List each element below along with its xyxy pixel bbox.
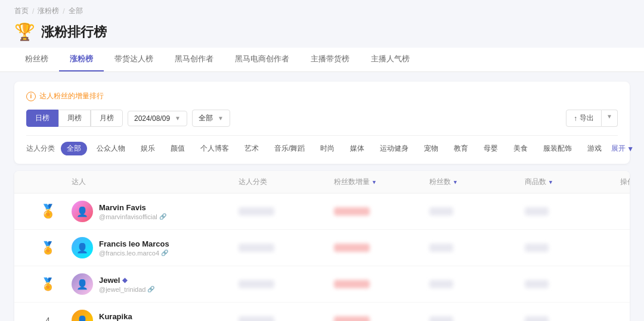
cat-entertainment[interactable]: 娱乐 (135, 142, 161, 155)
cat-sports[interactable]: 运动健身 (374, 142, 414, 155)
rank-icon-1: 🏅 (40, 204, 56, 219)
category-bar-label: 达人分类 (26, 144, 55, 154)
action-cell-4 (620, 313, 630, 321)
user-info-1: Marvin Favis @marvinfavisofficial 🔗 (99, 203, 166, 220)
info-icon: i (26, 92, 36, 101)
tab-anchor-goods[interactable]: 主播带货榜 (300, 48, 360, 71)
user-cell-4: 👤 Kurapika @kurapika.miracle 🔗 (72, 310, 239, 321)
category-bar: 达人分类 全部 公众人物 娱乐 颜值 个人博客 艺术 音乐/舞蹈 时尚 媒体 运… (26, 135, 618, 164)
rank-num-4: 4 (45, 316, 50, 321)
user-handle-3: @jewel_trinidad 🔗 (99, 286, 154, 293)
avatar-2: 👤 (72, 237, 93, 258)
tab-growthlist[interactable]: 涨粉榜 (59, 48, 104, 71)
products-cell-4 (525, 316, 620, 321)
avatar-3: 👤 (72, 273, 93, 295)
filter-bar: 日榜 周榜 月榜 2024/08/09 ▼ 全部 ▼ ↑ 导出 (26, 110, 618, 127)
category-select[interactable]: 全部 ▼ (192, 110, 230, 127)
main-content: i 达人粉丝的增量排行 日榜 周榜 月榜 2024/08/09 ▼ 全部 ▼ (0, 72, 644, 321)
rank-cell-2: 🏅 (24, 238, 72, 257)
user-name-2: Francis leo Marcos (99, 239, 169, 248)
cat-media[interactable]: 媒体 (344, 142, 370, 155)
avatar-1: 👤 (72, 201, 93, 222)
breadcrumb-ranking[interactable]: 涨粉榜 (38, 6, 59, 16)
tab-anchor-popularity[interactable]: 主播人气榜 (360, 48, 420, 71)
category-cell-1 (239, 207, 334, 216)
rank-badge-1: 🏅 (38, 202, 57, 221)
cat-public[interactable]: 公众人物 (91, 142, 131, 155)
cat-parenting[interactable]: 母婴 (478, 142, 504, 155)
expand-button[interactable]: 展开 ▼ (611, 144, 634, 154)
btn-monthly[interactable]: 月榜 (91, 110, 123, 127)
products-cell-1 (525, 207, 620, 216)
action-cell-2 (620, 241, 630, 255)
cat-fashion[interactable]: 时尚 (314, 142, 340, 155)
cat-music[interactable]: 音乐/舞蹈 (268, 142, 311, 155)
col-category: 达人分类 (239, 177, 334, 187)
growth-cell-1 (334, 207, 429, 216)
category-chevron-icon: ▼ (218, 115, 224, 121)
cat-all[interactable]: 全部 (61, 142, 87, 155)
growth-cell-4 (334, 316, 429, 321)
breadcrumb-current: 全部 (69, 6, 83, 16)
trophy-icon: 🏆 (14, 22, 35, 42)
date-value: 2024/08/09 (134, 114, 170, 123)
time-tab-group: 日榜 周榜 月榜 (26, 110, 123, 127)
rank-cell-1: 🏅 (24, 202, 72, 221)
fans-cell-4 (429, 316, 525, 321)
cat-education[interactable]: 教育 (448, 142, 474, 155)
cat-food[interactable]: 美食 (507, 142, 534, 155)
expand-label: 展开 (611, 144, 626, 154)
share-icon: ↑ (574, 114, 577, 123)
table-row: 🏅 👤 Jewel ◆ @jewel_trinidad 🔗 (14, 266, 630, 303)
fans-cell-1 (429, 207, 525, 216)
col-products: 商品数 ▼ (525, 177, 620, 187)
user-cell-2: 👤 Francis leo Marcos @francis.leo.marco4… (72, 237, 239, 258)
col-rank (24, 177, 72, 187)
products-cell-3 (525, 280, 620, 288)
table-row: 🏅 👤 Marvin Favis @marvinfavisofficial 🔗 (14, 194, 630, 230)
rank-badge-3: 🏅 (38, 275, 57, 294)
col-actions: 操作 (620, 177, 630, 187)
cat-beauty[interactable]: 颜值 (165, 142, 191, 155)
breadcrumb: 首页 / 涨粉榜 / 全部 (0, 0, 644, 20)
tab-goods-kol[interactable]: 带货达人榜 (104, 48, 164, 71)
date-select[interactable]: 2024/08/09 ▼ (128, 111, 187, 126)
btn-weekly[interactable]: 周榜 (58, 110, 91, 127)
category-cell-4 (239, 316, 334, 321)
user-name-1: Marvin Favis (99, 203, 166, 212)
fans-cell-2 (429, 244, 525, 252)
cat-blog[interactable]: 个人博客 (194, 142, 235, 155)
page-wrapper: 首页 / 涨粉榜 / 全部 🏆 涨粉排行榜 粉丝榜 涨粉榜 带货达人榜 黑马创作… (0, 0, 644, 321)
tab-blackhorse[interactable]: 黑马创作者 (164, 48, 224, 71)
rank-cell-3: 🏅 (24, 275, 72, 294)
table-header: 达人 达人分类 粉丝数增量 ▼ 粉丝数 ▼ 商品数 ▼ 操作 (14, 171, 630, 194)
products-sort-icon[interactable]: ▼ (548, 179, 553, 185)
user-info-2: Francis leo Marcos @francis.leo.marco4 🔗 (99, 239, 169, 257)
avatar-4: 👤 (72, 310, 93, 321)
products-cell-2 (525, 244, 620, 252)
category-cell-3 (239, 280, 334, 288)
link-icon-3: 🔗 (147, 286, 154, 292)
user-cell-3: 👤 Jewel ◆ @jewel_trinidad 🔗 (72, 273, 239, 295)
breadcrumb-home[interactable]: 首页 (14, 6, 29, 16)
cat-pets[interactable]: 宠物 (418, 142, 444, 155)
user-info-3: Jewel ◆ @jewel_trinidad 🔗 (99, 276, 154, 293)
fans-sort-icon[interactable]: ▼ (453, 179, 458, 185)
export-dropdown-icon[interactable]: ▼ (602, 110, 618, 127)
cat-clothing[interactable]: 服装配饰 (537, 142, 578, 155)
cat-art[interactable]: 艺术 (239, 142, 265, 155)
growth-sort-icon[interactable]: ▼ (371, 179, 377, 185)
cat-games[interactable]: 游戏 (581, 142, 608, 155)
tab-fanslist[interactable]: 粉丝榜 (14, 48, 59, 71)
user-info-4: Kurapika @kurapika.miracle 🔗 (99, 312, 162, 322)
page-header: 🏆 涨粉排行榜 (0, 20, 644, 48)
tab-ecom-blackhorse[interactable]: 黑马电商创作者 (224, 48, 300, 71)
col-user: 达人 (72, 177, 239, 187)
user-name-4: Kurapika (99, 312, 162, 321)
breadcrumb-sep1: / (32, 7, 34, 15)
export-button[interactable]: ↑ 导出 (566, 110, 602, 127)
btn-daily[interactable]: 日榜 (26, 110, 58, 127)
growth-cell-2 (334, 244, 429, 252)
col-growth: 粉丝数增量 ▼ (334, 177, 429, 187)
info-bar: i 达人粉丝的增量排行 (26, 91, 618, 101)
